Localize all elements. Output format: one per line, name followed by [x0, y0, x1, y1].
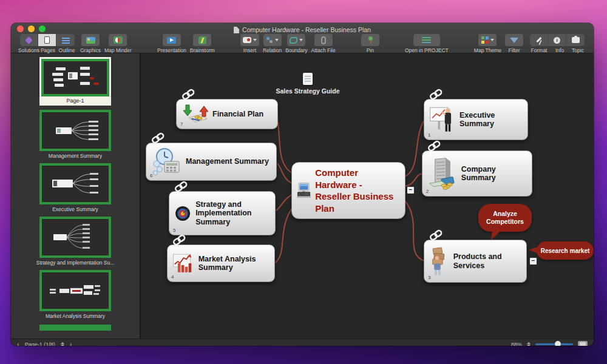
relation-button[interactable]: Relation — [263, 34, 282, 53]
insert-button[interactable]: Insert — [240, 34, 259, 53]
zoom-level: 88% — [511, 342, 522, 346]
traffic-lights — [17, 25, 46, 32]
graphics-button[interactable]: Graphics — [80, 34, 101, 53]
topic-number: 2 — [426, 189, 429, 194]
toolbar: Solutions Pages Outline Graphics Map Min… — [11, 33, 594, 53]
page-thumbnail[interactable]: Strategy and Implementation Su... — [36, 217, 115, 266]
page-thumbnail[interactable]: Executive Summary — [39, 163, 111, 212]
previous-page-button[interactable]: ‹ — [17, 341, 19, 346]
page-thumbnail[interactable]: Page-1 — [39, 57, 111, 106]
status-bar: ‹ Page-1 (1/8) › 88% — [11, 339, 594, 346]
topic-badge-icon — [572, 37, 580, 43]
boundary-button[interactable]: Boundary — [285, 34, 307, 53]
mini-map-sketch — [45, 61, 106, 94]
topic-strategy-implementation-summary[interactable]: Strategy and Implementation Summary 5 — [169, 191, 276, 235]
zoom-button[interactable] — [39, 25, 46, 32]
title-bar[interactable]: Computer Hardware - Reseller Business Pl… — [11, 23, 594, 33]
callout-research-market[interactable]: Research market — [537, 241, 594, 260]
topic-company-summary[interactable]: Company Summary 2 — [422, 150, 532, 197]
solutions-label: Solutions — [18, 47, 39, 53]
filter-funnel-icon — [510, 38, 518, 43]
pages-label: Pages — [39, 47, 57, 53]
central-topic[interactable]: Computer Hardware - Reseller Business Pl… — [291, 162, 405, 219]
minimize-button[interactable] — [28, 25, 35, 32]
topic-number: 4 — [171, 274, 174, 280]
page-stepper[interactable] — [61, 342, 64, 346]
window-chrome: Computer Hardware - Reseller Business Pl… — [11, 23, 594, 53]
map-theme-button[interactable]: Map Theme — [474, 34, 501, 53]
brainstorm-button[interactable]: Brainstorm — [190, 34, 215, 53]
person-boxes-icon — [429, 244, 449, 279]
next-page-button[interactable]: › — [70, 341, 72, 346]
attachment-label: Sales Strategy Guide — [268, 87, 347, 95]
mind-map-canvas[interactable]: Sales Strategy Guide Computer Hardware -… — [141, 53, 594, 339]
pin-button[interactable]: Pin — [361, 34, 379, 53]
chevron-down-icon — [275, 39, 279, 41]
zoom-stepper[interactable] — [527, 342, 531, 346]
topic-market-analysis-summary[interactable]: Market Analysis Summary 4 — [167, 244, 275, 282]
topic-management-summary[interactable]: Management Summary 6 — [146, 143, 277, 181]
hyperlink-icon — [427, 140, 442, 153]
map-minder-button[interactable]: Map Minder — [104, 34, 132, 53]
boundary-icon — [290, 37, 297, 44]
toolbar-group-inspect: i Format Info Topic — [527, 34, 588, 53]
filter-button[interactable]: Filter — [505, 34, 523, 53]
hyperlink-icon — [172, 234, 187, 248]
document-attachment-icon — [303, 73, 313, 85]
collapse-toggle[interactable]: − — [529, 257, 537, 265]
topic-label: Financial Plan — [212, 110, 263, 118]
outline-list-icon — [62, 37, 70, 44]
attachment-note[interactable]: Sales Strategy Guide — [268, 73, 347, 95]
building-money-icon — [427, 155, 457, 192]
open-in-project-button[interactable]: Open in PROJECT — [405, 34, 449, 53]
topic-number: 5 — [173, 228, 175, 233]
page-indicator: Page-1 (1/8) — [25, 342, 55, 346]
brainstorm-icon — [198, 36, 206, 44]
page-thumbnail-label: Strategy and Implementation Su... — [36, 260, 115, 266]
mini-map-sketch — [45, 167, 106, 200]
info-button[interactable]: i — [548, 34, 566, 46]
presentation-button[interactable]: Presentation — [157, 34, 186, 53]
map-theme-icon — [481, 36, 489, 44]
solutions-button[interactable] — [20, 34, 38, 46]
callout-analyze-competitors[interactable]: Analyze Competitors — [478, 204, 532, 232]
zoom-slider-knob[interactable] — [555, 341, 561, 346]
topic-products-and-services[interactable]: Products and Services 3 − — [424, 240, 527, 283]
topic-executive-summary[interactable]: Executive Summary 1 — [424, 99, 528, 140]
financial-arrows-icon — [181, 104, 208, 124]
hyperlink-icon — [174, 180, 189, 194]
outline-button[interactable] — [56, 34, 75, 46]
solutions-diamond-icon — [25, 36, 33, 44]
fit-page-icon[interactable] — [578, 341, 588, 346]
chevron-down-icon — [253, 39, 257, 41]
desktop-computer-icon — [297, 172, 311, 209]
hyperlink-icon — [181, 88, 196, 102]
zoom-slider[interactable] — [535, 343, 573, 345]
close-button[interactable] — [17, 25, 24, 32]
clock-calculator-icon — [151, 147, 181, 177]
mini-map-sketch — [45, 114, 106, 147]
mini-map-sketch — [45, 274, 106, 307]
pages-button[interactable] — [38, 34, 56, 46]
topic-button[interactable] — [566, 34, 585, 46]
page-thumbnail[interactable]: Market Analysis Summary — [39, 270, 111, 319]
topic-label: Strategy and Implementation Summary — [195, 200, 269, 226]
topic-label: Market Analysis Summary — [198, 255, 268, 272]
pin-icon — [367, 36, 374, 44]
topic-label: Executive Summary — [459, 111, 521, 129]
page-thumbnail[interactable]: Management Summary — [39, 110, 111, 159]
topic-label: Products and Services — [453, 252, 520, 270]
insert-callout-icon — [243, 37, 251, 43]
collapse-toggle[interactable]: − — [407, 186, 415, 194]
attach-file-button[interactable]: Attach File — [311, 34, 336, 53]
map-minder-icon — [114, 36, 123, 44]
mini-map-sketch — [45, 221, 106, 254]
bar-chart-icon — [172, 250, 194, 277]
topic-financial-plan[interactable]: Financial Plan 7 — [176, 99, 278, 129]
page-thumbnail-label: Executive Summary — [52, 206, 98, 212]
topic-number: 7 — [180, 121, 183, 127]
page-thumbnail-partial[interactable] — [39, 325, 111, 331]
format-button[interactable] — [530, 34, 548, 46]
open-in-project-icon — [422, 36, 431, 44]
toolbar-group-views: Solutions Pages Outline — [18, 34, 76, 53]
